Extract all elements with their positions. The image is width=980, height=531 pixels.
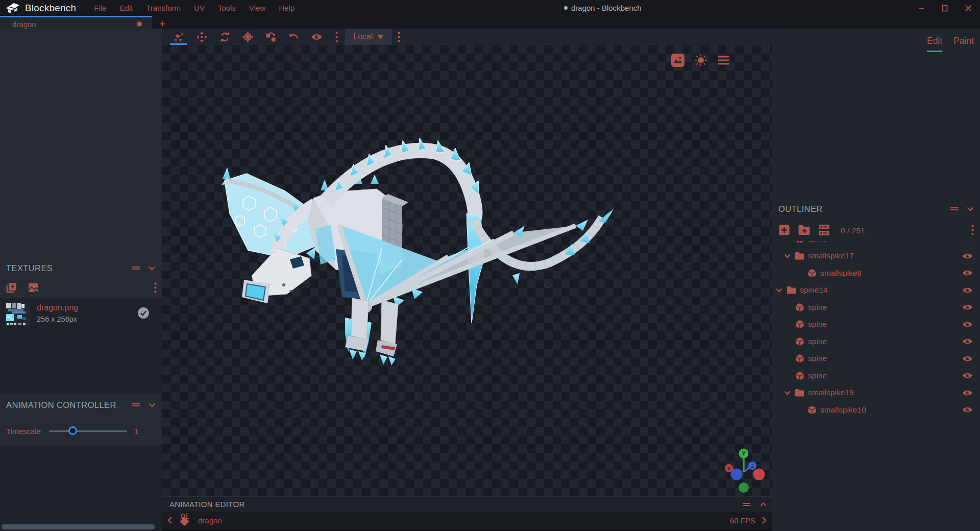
next-animation-chevron-icon[interactable]	[762, 516, 767, 524]
axis-x-label: X	[727, 466, 730, 471]
outliner-item-label[interactable]: smallspike19	[808, 388, 959, 397]
panel-expand-chevron-icon[interactable]	[760, 502, 767, 506]
outliner-row[interactable]: spine	[772, 316, 980, 333]
outliner-item-label[interactable]: spine	[808, 354, 959, 363]
menu-item[interactable]: Transform	[140, 2, 186, 14]
transform-gizmo-tool-button[interactable]	[169, 29, 188, 45]
outliner-tree: spine smallspike17 smallspike8	[772, 241, 980, 455]
animation-editor-header: ANIMATION EDITOR	[162, 496, 772, 512]
outliner-menu-kebab-icon[interactable]	[971, 225, 974, 237]
maximize-button[interactable]	[933, 0, 957, 16]
outliner-item-label[interactable]: spine	[808, 371, 959, 380]
axis-gizmo[interactable]: Y X Z	[162, 45, 772, 496]
texture-selected-check-icon[interactable]	[137, 307, 150, 319]
outliner-item-label[interactable]: spine	[808, 303, 959, 312]
outliner-row[interactable]: smallspike17	[772, 248, 980, 265]
visibility-eye-icon[interactable]	[962, 241, 973, 243]
textures-toolbar	[0, 279, 162, 298]
menu-item[interactable]: View	[243, 2, 271, 14]
tab-modified-dot-icon	[137, 21, 142, 27]
close-icon	[965, 5, 972, 12]
texture-item[interactable]: dragon.png 256 x 256px	[0, 298, 162, 330]
minimize-button[interactable]	[910, 0, 933, 16]
import-texture-button[interactable]	[27, 281, 40, 296]
cube-icon	[807, 269, 817, 278]
timescale-slider[interactable]	[49, 426, 127, 436]
menu-item[interactable]: File	[88, 2, 112, 14]
panel-collapse-chevron-icon[interactable]	[967, 207, 974, 211]
visibility-eye-icon[interactable]	[962, 269, 973, 277]
group-folder-icon	[795, 389, 804, 397]
outliner-row[interactable]: spine	[772, 299, 980, 316]
menu-item[interactable]: Tools	[212, 2, 241, 14]
panel-drag-handle-icon[interactable]	[131, 402, 140, 407]
outliner-row[interactable]: spine14	[772, 282, 980, 299]
add-group-button[interactable]	[798, 225, 811, 237]
outliner-item-label[interactable]: smallspike17	[808, 251, 959, 260]
textures-menu-kebab-icon[interactable]	[154, 282, 157, 295]
panel-drag-handle-icon[interactable]	[949, 206, 959, 211]
preview-visibility-button[interactable]	[307, 29, 326, 45]
visibility-eye-icon[interactable]	[962, 321, 973, 328]
outliner-row[interactable]: spine	[772, 333, 980, 350]
animation-clip-name[interactable]: dragon	[198, 516, 222, 525]
transform-space-dropdown[interactable]: Local	[345, 29, 392, 45]
undo-button[interactable]	[284, 29, 303, 45]
menu-item[interactable]: Help	[273, 2, 300, 14]
visibility-eye-icon[interactable]	[962, 286, 973, 294]
animation-editor-timeline-bar: OF dragon 60 FPS	[162, 512, 772, 529]
panel-drag-handle-icon[interactable]	[742, 502, 751, 507]
outliner-item-label[interactable]: spine	[808, 337, 959, 346]
outliner-row[interactable]: spine	[772, 241, 980, 248]
visibility-eye-icon[interactable]	[962, 406, 973, 414]
menu-item[interactable]: Edit	[114, 2, 138, 14]
outliner-item-label[interactable]: smallspike8	[820, 269, 959, 278]
close-button[interactable]	[957, 0, 980, 16]
outliner-row[interactable]: smallspike8	[772, 264, 980, 282]
panel-collapse-chevron-icon[interactable]	[149, 266, 156, 271]
visibility-eye-icon[interactable]	[962, 355, 973, 363]
visibility-eye-icon[interactable]	[962, 389, 973, 397]
window-controls	[910, 0, 980, 16]
visibility-eye-icon[interactable]	[962, 337, 973, 345]
rotate-tool-button[interactable]	[215, 29, 234, 45]
toolbar-kebab-icon[interactable]	[333, 29, 340, 45]
visibility-eye-icon[interactable]	[962, 252, 973, 260]
tab-paint-mode[interactable]: Paint	[953, 36, 974, 52]
outliner-item-label[interactable]: spine	[808, 241, 959, 244]
outliner-row[interactable]: smallspike10	[772, 401, 980, 419]
outliner-item-label[interactable]: smallspike10	[820, 405, 959, 415]
animation-editor-bottom-strip	[162, 529, 772, 531]
3d-viewport[interactable]: Y X Z	[162, 45, 772, 496]
toolbar-kebab-icon[interactable]	[395, 29, 402, 45]
toggle-outliner-view-button[interactable]	[818, 224, 830, 238]
panel-drag-handle-icon[interactable]	[131, 266, 140, 271]
previous-animation-chevron-icon[interactable]	[167, 516, 173, 524]
expand-chevron-icon[interactable]	[783, 389, 791, 397]
animation-controller-title: ANIMATION CONTROLLER	[6, 400, 131, 410]
outliner-item-label[interactable]: spine14	[800, 285, 959, 295]
expand-chevron-icon[interactable]	[775, 286, 783, 294]
outliner-row[interactable]: smallspike19	[772, 384, 980, 402]
add-cube-button[interactable]	[778, 224, 790, 238]
cube-icon	[795, 241, 804, 244]
horizontal-scrollbar[interactable]	[2, 524, 155, 529]
left-sidebar-filler	[0, 446, 162, 531]
pivot-tool-button[interactable]	[238, 29, 257, 45]
axis-z-label: Z	[751, 464, 754, 469]
move-tool-button[interactable]	[192, 29, 211, 45]
expand-chevron-icon[interactable]	[783, 252, 791, 260]
outliner-row[interactable]: spine	[772, 350, 980, 368]
outliner-item-label[interactable]: spine	[808, 320, 959, 329]
panel-collapse-chevron-icon[interactable]	[149, 403, 156, 407]
slider-knob[interactable]	[68, 426, 77, 435]
visibility-eye-icon[interactable]	[962, 372, 973, 379]
outliner-row[interactable]: spine	[772, 367, 980, 384]
visibility-eye-icon[interactable]	[962, 303, 973, 311]
swap-elements-tool-button[interactable]	[261, 29, 280, 45]
menu-item[interactable]: UV	[188, 2, 210, 14]
tab-edit-mode[interactable]: Edit	[927, 36, 942, 52]
mode-tabs: Edit Paint	[772, 29, 980, 52]
create-texture-button[interactable]	[5, 281, 18, 296]
animation-controller-panel: ANIMATION CONTROLLER Timescale 1	[0, 394, 162, 531]
